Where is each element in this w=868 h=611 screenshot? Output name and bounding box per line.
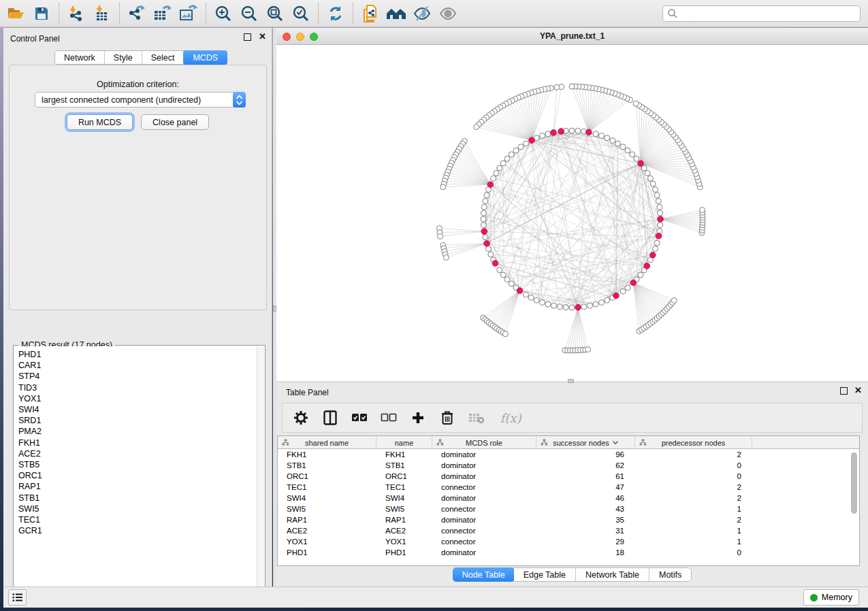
export-table-icon[interactable] bbox=[152, 3, 173, 24]
network-titlebar[interactable]: YPA_prune.txt_1 bbox=[276, 28, 868, 45]
export-image-icon[interactable] bbox=[178, 3, 199, 24]
network-node bbox=[488, 252, 494, 257]
result-list-item[interactable]: YOX1 bbox=[18, 393, 257, 404]
result-list-item[interactable]: TID3 bbox=[18, 382, 257, 393]
result-list-item[interactable]: RAP1 bbox=[18, 481, 257, 492]
deselect-all-icon[interactable] bbox=[380, 409, 398, 427]
table-cell: 0 bbox=[635, 460, 752, 471]
column-header[interactable]: successor nodes bbox=[536, 436, 635, 449]
node-table: shared namenameMCDS rolesuccessor nodesp… bbox=[277, 435, 860, 566]
network-node bbox=[534, 297, 539, 303]
mcds-hub-node bbox=[484, 241, 490, 247]
result-list-item[interactable]: STB5 bbox=[18, 459, 257, 470]
mcds-result-list[interactable]: PHD1CAR1STP4TID3YOX1SWI4SRD1PMA2FKH1ACE2… bbox=[14, 346, 257, 597]
result-list-item[interactable]: STP4 bbox=[18, 371, 257, 382]
tab-motifs[interactable]: Motifs bbox=[649, 568, 691, 581]
search-box[interactable] bbox=[662, 5, 861, 22]
tab-edge-table[interactable]: Edge Table bbox=[514, 568, 576, 581]
import-table-icon[interactable] bbox=[92, 3, 112, 24]
network-overview-icon[interactable] bbox=[386, 3, 406, 24]
tab-network-table[interactable]: Network Table bbox=[576, 568, 649, 581]
zoom-out-icon[interactable] bbox=[239, 3, 259, 24]
close-panel-icon[interactable]: ✕ bbox=[259, 31, 266, 42]
table-cell: SWI5 bbox=[278, 503, 376, 514]
table-row[interactable]: YOX1YOX1connector291 bbox=[278, 536, 859, 547]
table-row[interactable]: FKH1FKH1dominator962 bbox=[278, 449, 859, 460]
list-icon bbox=[12, 593, 23, 602]
column-header[interactable]: predecessor nodes bbox=[635, 436, 752, 449]
table-cell: STB1 bbox=[376, 460, 432, 471]
result-list-item[interactable]: SRD1 bbox=[18, 415, 257, 426]
table-cell: 2 bbox=[635, 514, 752, 525]
table-row[interactable]: SWI5SWI5connector431 bbox=[278, 503, 859, 514]
tab-style[interactable]: Style bbox=[105, 51, 142, 64]
export-network-icon[interactable] bbox=[127, 3, 147, 24]
result-list-item[interactable]: ACE2 bbox=[18, 448, 257, 459]
import-network-icon[interactable] bbox=[66, 3, 86, 24]
hide-graphics-details-icon[interactable] bbox=[412, 3, 432, 24]
zoom-selected-icon[interactable] bbox=[291, 3, 311, 24]
network-node bbox=[484, 193, 489, 198]
search-icon bbox=[667, 8, 678, 19]
mcds-hub-node bbox=[656, 233, 662, 240]
show-panel-list-button[interactable] bbox=[8, 589, 27, 606]
result-scrollbar[interactable] bbox=[257, 346, 264, 597]
result-list-item[interactable]: TEC1 bbox=[18, 514, 257, 525]
tab-mcds[interactable]: MCDS bbox=[183, 50, 227, 65]
table-row[interactable]: ACE2ACE2connector311 bbox=[278, 525, 859, 536]
mcds-hub-node bbox=[558, 129, 564, 135]
column-header[interactable]: MCDS role bbox=[432, 436, 536, 449]
table-cell: TEC1 bbox=[278, 482, 376, 493]
network-node bbox=[593, 131, 598, 137]
network-node bbox=[443, 254, 449, 260]
result-list-item[interactable]: GCR1 bbox=[18, 525, 257, 536]
column-header[interactable]: shared name bbox=[278, 436, 376, 449]
result-list-item[interactable]: PHD1 bbox=[18, 349, 257, 360]
network-node bbox=[605, 135, 610, 141]
add-column-icon[interactable] bbox=[409, 409, 427, 427]
result-list-item[interactable]: ORC1 bbox=[18, 470, 257, 481]
table-row[interactable]: STB1STB1dominator620 bbox=[278, 460, 859, 471]
result-list-item[interactable]: CAR1 bbox=[18, 360, 257, 371]
table-row[interactable]: RAP1RAP1dominator352 bbox=[278, 514, 859, 525]
refresh-icon[interactable] bbox=[325, 3, 346, 24]
delete-table-icon bbox=[468, 409, 485, 427]
column-header[interactable]: name bbox=[376, 436, 432, 449]
run-mcds-button[interactable]: Run MCDS bbox=[67, 114, 133, 130]
show-graphics-details-icon[interactable] bbox=[438, 3, 458, 24]
result-list-item[interactable]: SWI5 bbox=[18, 503, 257, 514]
open-file-icon[interactable] bbox=[5, 3, 26, 24]
network-graph[interactable] bbox=[276, 45, 868, 381]
table-cell: STB1 bbox=[278, 460, 376, 471]
result-list-item[interactable]: FKH1 bbox=[18, 437, 257, 448]
share-network-icon[interactable] bbox=[360, 3, 381, 24]
table-row[interactable]: ORC1ORC1dominator610 bbox=[278, 471, 859, 482]
table-cell: dominator bbox=[432, 460, 536, 471]
close-panel-icon[interactable]: ✕ bbox=[854, 385, 862, 396]
table-row[interactable]: TEC1TEC1connector472 bbox=[278, 482, 859, 493]
float-panel-icon[interactable] bbox=[840, 387, 848, 395]
tab-select[interactable]: Select bbox=[142, 51, 184, 64]
tab-node-table[interactable]: Node Table bbox=[453, 567, 515, 582]
result-list-item[interactable]: PMA2 bbox=[18, 426, 257, 437]
close-panel-button[interactable]: Close panel bbox=[141, 114, 209, 130]
criterion-select[interactable]: largest connected component (undirected) bbox=[35, 92, 246, 108]
save-icon[interactable] bbox=[31, 3, 52, 24]
float-panel-icon[interactable] bbox=[244, 33, 251, 41]
search-input[interactable] bbox=[678, 7, 860, 20]
table-scrollbar-thumb[interactable] bbox=[851, 452, 857, 514]
column-view-icon[interactable] bbox=[321, 409, 339, 427]
zoom-in-icon[interactable] bbox=[213, 3, 234, 24]
result-list-item[interactable]: SWI4 bbox=[18, 404, 257, 415]
network-node bbox=[497, 165, 502, 171]
tab-network[interactable]: Network bbox=[55, 51, 105, 64]
zoom-fit-icon[interactable] bbox=[265, 3, 285, 24]
delete-column-icon[interactable] bbox=[438, 409, 456, 427]
select-all-icon[interactable] bbox=[351, 409, 368, 427]
network-node bbox=[486, 246, 492, 252]
table-row[interactable]: SWI4SWI4dominator462 bbox=[278, 493, 859, 503]
settings-gear-icon[interactable] bbox=[292, 409, 310, 427]
table-row[interactable]: PHD1PHD1dominator180 bbox=[278, 547, 859, 558]
result-list-item[interactable]: STB1 bbox=[18, 493, 257, 503]
memory-button[interactable]: Memory bbox=[803, 589, 859, 606]
